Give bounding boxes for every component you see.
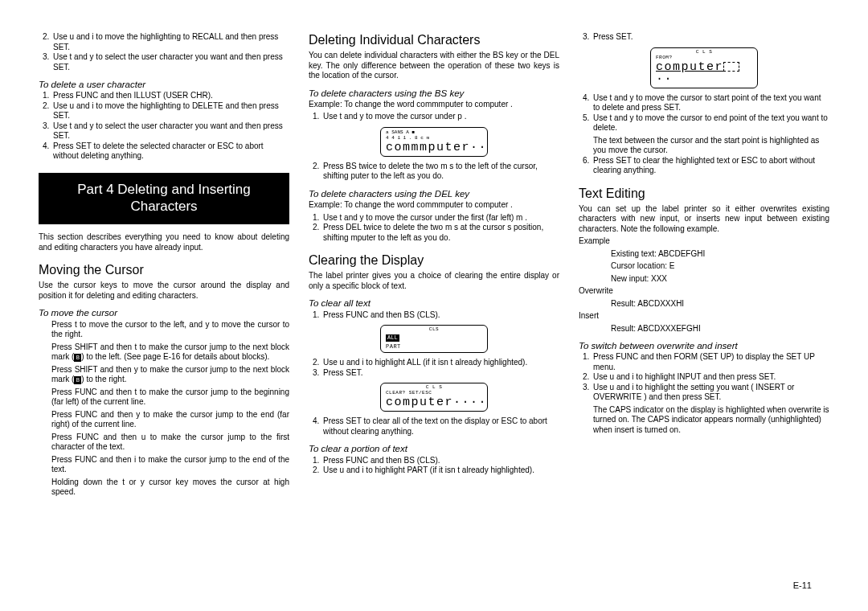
example-line: Cursor location: E (611, 261, 829, 272)
list-item: Use u and i to highlight PART (if it isn… (321, 465, 559, 476)
list-item: Use t and y to select the user character… (51, 52, 289, 72)
overwrite-block: Result: ABCDXXXHI (611, 299, 829, 310)
list-item: Press SET. (592, 32, 829, 43)
list-item: Press SET to clear the highlighted text … (592, 156, 829, 176)
portion-steps-cont: Use t and y to move the cursor to start … (579, 93, 829, 176)
insert-label: Insert (579, 311, 829, 322)
move-intro: Use the cursor keys to move the cursor a… (39, 281, 289, 301)
page-number: E-11 (793, 580, 812, 592)
move-step: Press SHIFT and then t to make the curso… (51, 342, 289, 363)
recall-steps: Use u and i to move the highlighting to … (39, 32, 289, 72)
sec-moving-cursor: Moving the Cursor (39, 262, 289, 278)
edit-intro: You can set up the label printer so it e… (579, 204, 829, 235)
list-item: Press BS twice to delete the two m s to … (321, 162, 559, 182)
column-1: Use u and i to move the highlighting to … (39, 32, 289, 500)
bs-steps-cont: Press BS twice to delete the two m s to … (309, 162, 559, 182)
column-2: Deleting Individual Characters You can d… (309, 32, 559, 500)
del-steps: Use t and y to move the cursor under the… (309, 213, 559, 244)
list-item: Use t and y to move the cursor under p . (321, 112, 559, 122)
list-item: Press SET. (321, 368, 559, 379)
switch-steps: Press FUNC and then FORM (SET UP) to dis… (579, 352, 829, 435)
column-3: Press SET. C L S FROM? computer·· Use t … (579, 32, 829, 500)
delete-user-steps: Press FUNC and then ILLUST (USER CHR). U… (39, 91, 289, 162)
cursor-box-icon (723, 62, 739, 72)
list-item: Press SET to clear all of the text on th… (321, 416, 559, 437)
example-line: Existing text: ABCDEFGHI (611, 249, 829, 260)
block-mark-icon: B (74, 376, 81, 384)
list-item: Use u and i to highlight ALL (if it isn … (321, 358, 559, 368)
move-step: Press SHIFT and then y to make the curso… (51, 365, 289, 385)
example-label: Example (579, 236, 829, 247)
lcd-display-3: C L S CLEAR? SET/ESC computer···· (380, 383, 488, 412)
list-item: Use u and i to highlight the setting you… (592, 383, 829, 436)
clear-portion-steps: Press FUNC and then BS (CLS). Use u and … (309, 456, 559, 476)
move-step: Press t to move the cursor to the left, … (51, 320, 289, 340)
list-item: Press FUNC and then ILLUST (USER CHR). (51, 91, 289, 101)
list-item: Press FUNC and then FORM (SET UP) to dis… (592, 352, 829, 372)
sub-clear-all: To clear all text (309, 297, 559, 309)
result-line: Result: ABCDXXXEFGHI (611, 324, 829, 334)
lcd-display-4: C L S FROM? computer·· (650, 47, 758, 88)
overwrite-label: Overwrite (579, 286, 829, 297)
move-step: Press FUNC and then y to make the cursor… (51, 410, 289, 430)
sub-bs-key: To delete characters using the BS key (309, 88, 559, 99)
list-item: Use u and i to move the highlighting to … (51, 32, 289, 52)
block-mark-icon: B (74, 354, 81, 362)
lcd-display-2: CLS ALL PART (380, 325, 488, 353)
list-item: Press SET to delete the selected charact… (51, 141, 289, 162)
del-intro: You can delete individual characters wit… (309, 51, 559, 81)
example-block: Existing text: ABCDEFGHI Cursor location… (611, 249, 829, 285)
portion-step3: Press SET. (579, 32, 829, 43)
list-item: Use t and y to move the cursor under the… (321, 213, 559, 223)
move-step: Press FUNC and then t to make the cursor… (51, 388, 289, 408)
clear-all-steps: Press FUNC and then BS (CLS). (309, 310, 559, 321)
bs-steps: Use t and y to move the cursor under p . (309, 112, 559, 122)
clear-all-steps-end: Press SET to clear all of the text on th… (309, 416, 559, 437)
sub-move-cursor: To move the cursor (39, 307, 289, 318)
sub-delete-user-char: To delete a user character (39, 79, 289, 90)
move-step: Holding down the t or y cursor key moves… (51, 478, 289, 498)
clear-intro: The label printer gives you a choice of … (309, 271, 559, 291)
part-intro: This section describes everything you ne… (39, 232, 289, 252)
example-line: New input: XXX (611, 274, 829, 285)
move-step: Press FUNC and then i to make the cursor… (51, 455, 289, 475)
insert-block: Result: ABCDXXXEFGHI (611, 324, 829, 334)
list-item: Press DEL twice to delete the two m s at… (321, 223, 559, 243)
sub-del-key: To delete characters using the DEL key (309, 188, 559, 199)
sub-clear-portion: To clear a portion of text (309, 443, 559, 454)
move-steps: Press t to move the cursor to the left, … (51, 320, 289, 498)
list-item: Press FUNC and then BS (CLS). (321, 310, 559, 321)
list-item: Use t and y to move the cursor to start … (592, 93, 829, 113)
list-item: Use t and y to move the cursor to end po… (592, 113, 829, 156)
list-item: Press FUNC and then BS (CLS). (321, 456, 559, 466)
del-example: Example: To change the word commmputer t… (309, 200, 559, 211)
lcd-display-1: a SANS A ■ 4 4 1 1 . 8 c m commmputer·· (380, 127, 488, 157)
list-item: Use u and i to highlight INPUT and then … (592, 372, 829, 383)
sec-clearing-display: Clearing the Display (309, 252, 559, 269)
sec-text-editing: Text Editing (579, 186, 829, 202)
clear-all-steps-cont: Use u and i to highlight ALL (if it isn … (309, 358, 559, 378)
sec-deleting-chars: Deleting Individual Characters (309, 32, 559, 48)
sub-switch-mode: To switch between overwrite and insert (579, 340, 829, 351)
part-4-banner: Part 4 Deleting and Inserting Characters (39, 173, 289, 225)
list-item: Use u and i to move the highlighting to … (51, 101, 289, 121)
result-line: Result: ABCDXXXHI (611, 299, 829, 310)
bs-example: Example: To change the word commmputer t… (309, 100, 559, 110)
move-step: Press FUNC and then u to make the cursor… (51, 433, 289, 453)
list-item: Use t and y to select the user character… (51, 121, 289, 141)
